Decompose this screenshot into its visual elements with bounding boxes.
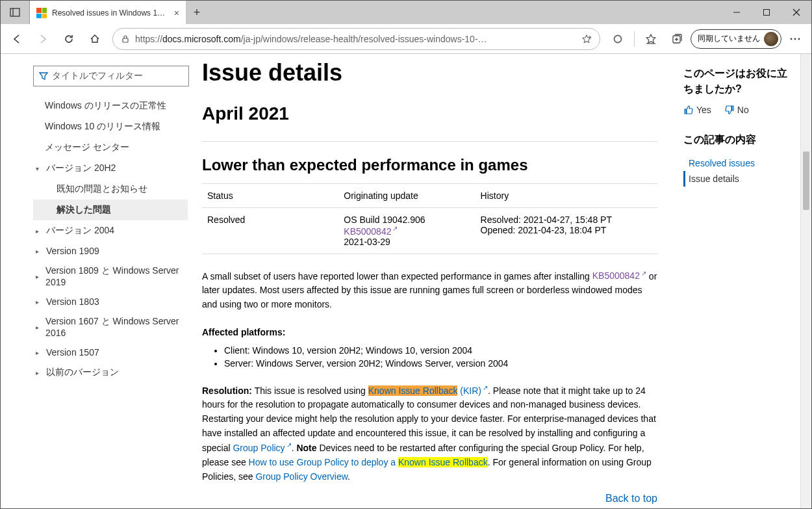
kb-link-inline[interactable]: KB5000842↗	[592, 270, 646, 281]
issue-meta-table: Status Originating update History Resolv…	[202, 183, 657, 254]
tab-title: Resolved issues in Windows 10, v	[52, 8, 169, 18]
scrollbar[interactable]	[800, 54, 811, 508]
maximize-button[interactable]	[752, 1, 781, 24]
close-window-button[interactable]	[781, 1, 811, 24]
cell-resolved: Resolved: 2021-04-27, 15:48 PT	[481, 215, 652, 225]
helpful-heading: このページはお役に立ちましたか?	[683, 66, 794, 97]
th-status: Status	[202, 184, 338, 208]
sidebar-item-label: バージョン 20H2	[46, 163, 116, 174]
cell-opened: Opened: 2021-04-23, 18:04 PT	[481, 225, 652, 235]
favicon-microsoft-icon	[36, 8, 47, 18]
feedback-no-button[interactable]: No	[724, 105, 749, 115]
lock-icon	[121, 34, 130, 44]
svg-rect-0	[10, 8, 19, 16]
toc: Resolved issues Issue details	[683, 155, 794, 187]
sidebar-item-label: 解決した問題	[57, 204, 111, 216]
cell-kb-date: 2021-03-29	[344, 237, 470, 247]
right-rail: このページはお役に立ちましたか? Yes No この記事の内容 Resolved…	[683, 54, 800, 508]
browser-window: Resolved issues in Windows 10, v × + htt…	[0, 0, 812, 509]
toc-link-resolved[interactable]: Resolved issues	[683, 155, 794, 171]
tab-close-button[interactable]: ×	[174, 8, 179, 18]
collections-button[interactable]	[665, 27, 689, 51]
browser-tab[interactable]: Resolved issues in Windows 10, v ×	[30, 1, 186, 24]
nav-filter-input[interactable]: タイトルでフィルター	[33, 66, 189, 86]
favorites-button[interactable]	[639, 27, 663, 51]
avatar	[764, 32, 778, 46]
external-link-icon: ↗	[392, 225, 398, 232]
sidebar-item[interactable]: 解決した問題	[33, 200, 188, 220]
gpo-link[interactable]: Group Policy Overview	[255, 471, 348, 482]
content-area: タイトルでフィルター Windows のリリースの正常性Windows 10 の…	[1, 54, 811, 508]
howto-link[interactable]: How to use Group Policy to deploy a Know…	[249, 457, 488, 467]
table-row: Resolved OS Build 19042.906 KB5000842↗ 2…	[202, 208, 657, 254]
sidebar-item-label: バージョン 2004	[46, 225, 114, 237]
sidebar-item[interactable]: ▸Version 1507	[33, 343, 188, 362]
new-tab-button[interactable]: +	[186, 1, 208, 24]
svg-point-12	[798, 38, 800, 40]
external-link-icon: ↗	[641, 270, 646, 277]
sidebar-item-label: Version 1909	[46, 246, 99, 256]
group-policy-link[interactable]: Group Policy↗	[233, 443, 291, 453]
sidebar-item-label: 以前のバージョン	[46, 367, 119, 378]
chevron-icon: ▾	[36, 165, 42, 172]
paragraph-resolution: Resolution: This issue is resolved using…	[202, 383, 657, 484]
sidebar-item[interactable]: ▾バージョン 20H2	[33, 158, 188, 179]
svg-point-10	[791, 38, 793, 40]
filter-icon	[39, 72, 48, 81]
kb-link[interactable]: KB5000842↗	[344, 226, 398, 237]
thumbs-up-icon	[683, 105, 694, 115]
chevron-icon: ▸	[36, 228, 42, 235]
sidebar-item-label: Version 1809 と Windows Server 2019	[45, 265, 188, 287]
chevron-icon: ▸	[36, 349, 42, 356]
sidebar-item[interactable]: ▸バージョン 2004	[33, 220, 188, 241]
titlebar: Resolved issues in Windows 10, v × +	[1, 1, 811, 24]
refresh-button[interactable]	[57, 27, 81, 51]
external-link-icon: ↗	[483, 384, 488, 391]
filter-placeholder: タイトルでフィルター	[52, 70, 143, 82]
sidebar-item[interactable]: ▸Version 1607 と Windows Server 2016	[33, 311, 188, 343]
sidebar-item[interactable]: ▸Version 1909	[33, 241, 188, 261]
affected-platforms-label: Affected platforms:	[202, 326, 657, 340]
svg-point-11	[794, 38, 796, 40]
sidebar-item[interactable]: ▸Version 1803	[33, 292, 188, 311]
heading-month: April 2021	[202, 103, 657, 124]
url-text: https://docs.microsoft.com/ja-jp/windows…	[135, 34, 576, 44]
extension-circle-icon[interactable]	[605, 27, 630, 51]
address-bar[interactable]: https://docs.microsoft.com/ja-jp/windows…	[112, 28, 600, 50]
sidebar-item[interactable]: Windows のリリースの正常性	[33, 96, 188, 116]
left-nav: タイトルでフィルター Windows のリリースの正常性Windows 10 の…	[1, 54, 196, 508]
sidebar-item-label: Version 1803	[46, 296, 99, 307]
kir-link[interactable]: Known Issue Rollback (KIR)↗	[368, 385, 488, 396]
chevron-icon: ▸	[36, 369, 42, 376]
th-origin: Originating update	[338, 184, 475, 208]
paragraph-summary: A small subset of users have reported lo…	[202, 268, 657, 312]
svg-rect-3	[764, 10, 770, 16]
favorite-button[interactable]	[581, 34, 592, 44]
sidebar-item[interactable]: ▸以前のバージョン	[33, 362, 188, 383]
cell-status: Resolved	[202, 208, 338, 254]
svg-point-7	[615, 35, 622, 42]
sidebar-item-label: Version 1607 と Windows Server 2016	[45, 316, 188, 338]
profile-button[interactable]: 同期していません	[691, 29, 781, 49]
sidebar-item[interactable]: Windows 10 のリリース情報	[33, 116, 188, 137]
back-button[interactable]	[5, 27, 29, 51]
sidebar-item-label: Windows 10 のリリース情報	[45, 121, 160, 133]
chevron-icon: ▸	[36, 273, 42, 280]
scrollbar-thumb[interactable]	[803, 151, 809, 210]
feedback-yes-button[interactable]: Yes	[683, 105, 711, 115]
toc-link-issue-details[interactable]: Issue details	[683, 171, 794, 187]
article-main: Issue details April 2021 Lower than expe…	[196, 54, 683, 508]
sidebar-item[interactable]: メッセージ センター	[33, 137, 188, 158]
home-button[interactable]	[82, 27, 107, 51]
back-to-top-link[interactable]: Back to top	[605, 493, 657, 504]
affected-platforms-list: Client: Windows 10, version 20H2; Window…	[224, 345, 657, 369]
list-item: Client: Windows 10, version 20H2; Window…	[224, 345, 657, 356]
forward-button[interactable]	[31, 27, 55, 51]
sidebar-item[interactable]: 既知の問題とお知らせ	[33, 179, 188, 200]
list-item: Server: Windows Server, version 20H2; Wi…	[224, 358, 657, 369]
sidebar-item-label: Version 1507	[46, 347, 99, 358]
tab-actions-button[interactable]	[1, 1, 30, 24]
sidebar-item[interactable]: ▸Version 1809 と Windows Server 2019	[33, 261, 188, 292]
settings-menu-button[interactable]	[783, 27, 807, 51]
minimize-button[interactable]	[722, 1, 752, 24]
